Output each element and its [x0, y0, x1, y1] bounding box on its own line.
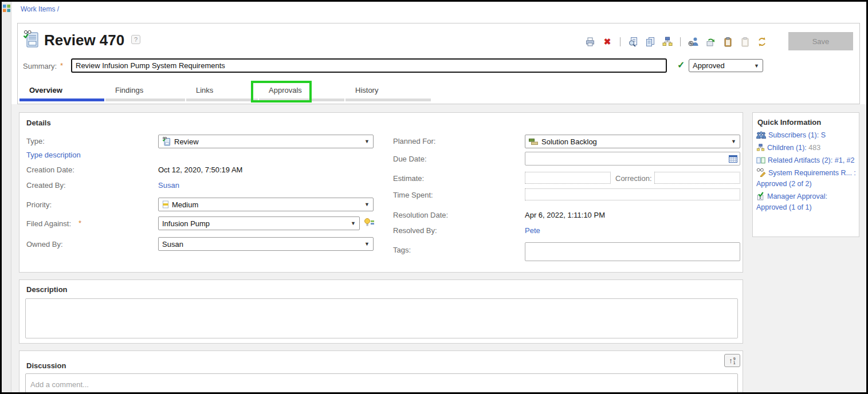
- tab-label: Approvals: [269, 86, 302, 94]
- tab-label: Overview: [29, 86, 62, 94]
- app-grid-icon[interactable]: [3, 4, 10, 14]
- chevron-down-icon: ▼: [731, 139, 736, 144]
- priority-select[interactable]: Medium ▼: [158, 198, 374, 211]
- description-title: Description: [26, 285, 68, 294]
- tags-label: Tags:: [393, 246, 411, 254]
- summary-input[interactable]: [71, 58, 667, 73]
- quick-info-children: Children (1): 483: [756, 143, 856, 153]
- chevron-down-icon: ▼: [351, 220, 356, 226]
- tags-input[interactable]: [525, 242, 740, 261]
- type-select[interactable]: Review ▼: [158, 135, 374, 148]
- add-comment-input[interactable]: [25, 373, 738, 394]
- discussion-sort-button[interactable]: ↑ 9 1: [724, 354, 740, 367]
- filed-against-required-marker: *: [78, 219, 81, 227]
- discussion-section: Discussion ↑ 9 1: [19, 350, 743, 394]
- time-spent-input[interactable]: [525, 188, 740, 200]
- system-requirements-approval-link[interactable]: System Requirements R... : Approved (2 o…: [756, 169, 856, 188]
- filed-against-label: Filed Against:: [26, 219, 71, 228]
- paste-icon-disabled: [740, 37, 750, 47]
- chevron-down-icon: ▼: [364, 241, 370, 247]
- status-select[interactable]: Approved ▼: [689, 59, 763, 72]
- review-type-icon: [162, 137, 171, 146]
- subscribers-value-link[interactable]: S: [821, 131, 826, 139]
- quick-info-subscribers: Subscribers (1): S: [756, 130, 856, 141]
- planned-for-select[interactable]: Solution Backlog ▼: [525, 135, 740, 148]
- tab-label: Links: [196, 86, 213, 94]
- resolved-by-label: Resolved By:: [393, 226, 437, 235]
- page-title: Review 470: [44, 31, 124, 49]
- tab-label: History: [355, 86, 378, 94]
- chevron-down-icon: ▼: [364, 202, 370, 207]
- print-icon: [585, 37, 595, 47]
- tab-history[interactable]: History: [345, 80, 432, 104]
- paste-button[interactable]: [739, 36, 751, 48]
- backlog-icon: [529, 137, 539, 145]
- owned-by-value: Susan: [162, 240, 362, 249]
- restore-button[interactable]: [705, 36, 716, 48]
- owned-by-label: Owned By:: [26, 240, 63, 249]
- description-section: Description: [19, 279, 743, 344]
- children-link[interactable]: Children (1):: [767, 144, 807, 152]
- save-button[interactable]: Save: [788, 32, 853, 50]
- restore-icon: [705, 37, 716, 47]
- priority-value: Medium: [172, 200, 362, 209]
- extract-work-item-button[interactable]: [688, 36, 699, 48]
- status-value: Approved: [693, 61, 752, 70]
- quick-info-related-artifacts: Related Artifacts (2): #1, #2: [756, 155, 856, 166]
- refresh-icon: [757, 37, 767, 47]
- estimate-input[interactable]: [525, 172, 611, 184]
- sort-digits: 9 1: [733, 357, 736, 365]
- tab-underline: [345, 98, 431, 101]
- copy-work-item-button[interactable]: [645, 36, 656, 48]
- due-date-input[interactable]: [525, 152, 740, 166]
- related-artifacts-link[interactable]: Related Artifacts (2):: [768, 156, 832, 164]
- work-item-header-panel: Review 470 ? ✖: [17, 23, 860, 104]
- subscribers-link[interactable]: Subscribers (1):: [768, 131, 819, 139]
- quick-information-title: Quick Information: [757, 118, 821, 127]
- priority-medium-icon: [162, 200, 169, 208]
- suggestion-icon[interactable]: [364, 218, 375, 230]
- refresh-button[interactable]: [756, 36, 768, 48]
- chevron-down-icon: ▼: [364, 139, 370, 144]
- tab-approvals[interactable]: Approvals: [259, 80, 345, 104]
- type-description-link[interactable]: Type description: [26, 151, 81, 159]
- approval-check-icon: [756, 192, 765, 200]
- resolution-date-value: Apr 6, 2022, 1:11:10 PM: [525, 211, 605, 219]
- children-value: 483: [808, 144, 820, 152]
- calendar-icon[interactable]: [729, 155, 737, 163]
- help-icon[interactable]: ?: [131, 35, 140, 44]
- review-work-item-icon: [23, 30, 40, 50]
- tab-links[interactable]: Links: [186, 80, 259, 104]
- find-document-icon: [628, 37, 638, 47]
- correction-label: Correction:: [615, 174, 652, 183]
- filed-against-select[interactable]: Infusion Pump ▼: [158, 216, 360, 230]
- related-artifacts-value-link[interactable]: #1, #2: [835, 156, 855, 164]
- tab-findings[interactable]: Findings: [105, 80, 186, 104]
- quick-information-section: Quick Information Subscribers (1): S: [752, 112, 859, 237]
- sort-digit-bottom: 1: [733, 361, 736, 365]
- delete-button[interactable]: ✖: [602, 36, 613, 48]
- app-sidebar-strip: [2, 2, 11, 392]
- resolved-by-link[interactable]: Pete: [525, 226, 540, 235]
- discussion-title: Discussion: [26, 361, 66, 370]
- find-similar-button[interactable]: [627, 36, 639, 48]
- work-item-editor: Work Items / Review 470 ?: [0, 0, 868, 394]
- type-value: Review: [174, 137, 362, 146]
- breadcrumb[interactable]: Work Items /: [21, 5, 59, 13]
- description-textarea[interactable]: [25, 298, 738, 338]
- tab-overview[interactable]: Overview: [19, 80, 105, 104]
- manager-approval-link[interactable]: Manager Approval: Approved (1 of 1): [756, 192, 827, 211]
- creation-date-label: Creation Date:: [26, 166, 74, 174]
- tab-underline: [259, 98, 344, 101]
- resolution-date-label: Resolution Date:: [393, 211, 448, 219]
- quick-information-list: Subscribers (1): S Children (1): 483 Rel…: [756, 130, 856, 215]
- owned-by-select[interactable]: Susan ▼: [158, 237, 374, 251]
- correction-input[interactable]: [654, 172, 740, 184]
- print-button[interactable]: [584, 36, 596, 48]
- created-by-link[interactable]: Susan: [158, 181, 179, 190]
- quick-info-system-requirements-approval: System Requirements R... : Approved (2 o…: [756, 168, 856, 190]
- hierarchy-view-button[interactable]: [662, 36, 673, 48]
- hierarchy-icon: [662, 37, 673, 47]
- clipboard-button[interactable]: [722, 36, 733, 48]
- sort-ascending-icon: ↑: [729, 356, 733, 365]
